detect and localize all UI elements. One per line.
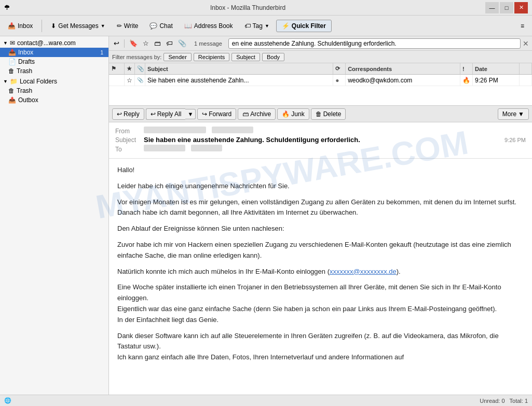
sidebar-account[interactable]: ▼ ✉ contact@...ware.com	[0, 38, 108, 48]
subject-value: Sie haben eine ausstehende Zahlung. Schu…	[144, 136, 504, 144]
write-icon: ✏	[117, 22, 122, 30]
email-p11: Ich kann ganz einfach alle Ihre Daten, F…	[117, 353, 404, 361]
filter-clear-button[interactable]: ✕	[523, 39, 529, 48]
reply-button[interactable]: ↩ Reply	[112, 108, 144, 120]
msg-date: 9:26 PM	[473, 75, 520, 86]
expand-icon: ▼	[3, 40, 8, 46]
inbox-folder-icon: 📥	[8, 49, 16, 56]
more-button[interactable]: More ▼	[498, 108, 529, 120]
reply-icon: ↩	[117, 110, 122, 118]
unread-count: Unread: 0	[480, 398, 504, 404]
email-p6-pre: Natürlich konnte ich mich auch mühelos i…	[117, 268, 330, 275]
email-p10-11: Dank dieser Software kann ich auf alle S…	[117, 331, 524, 363]
msg-subject: Sie haben eine ausstehende Zahln...	[145, 75, 333, 86]
header-star: ★	[125, 63, 135, 74]
forward-button[interactable]: ↪ Forward	[197, 108, 236, 120]
get-messages-label: Get Messages	[58, 22, 98, 30]
filter-subject-button[interactable]: Subject	[231, 53, 260, 61]
local-folders-icon: 📁	[10, 78, 18, 85]
email-link[interactable]: xxxxxxx@xxxxxxxx.de	[330, 268, 397, 275]
get-messages-icon: ⬇	[51, 22, 56, 30]
outbox-label: Outbox	[18, 96, 38, 104]
email-p1: Leider habe ich einige unangenehme Nachr…	[117, 181, 524, 192]
msg-star[interactable]: ☆	[125, 75, 135, 86]
chat-label: Chat	[159, 22, 172, 30]
status-left: 🌐	[4, 397, 11, 404]
status-bar: 🌐 Unread: 0 Total: 1	[0, 395, 532, 406]
junk-button[interactable]: 🔥 Junk	[277, 108, 309, 120]
filter-icon-reply[interactable]: ↩	[112, 39, 121, 48]
tag-button[interactable]: 🏷 Tag ▼	[240, 20, 274, 32]
sidebar-item-drafts[interactable]: 📄 Drafts	[0, 57, 108, 66]
filter-sender-button[interactable]: Sender	[163, 53, 191, 61]
to-blurred	[144, 145, 185, 151]
menu-button[interactable]: ≡	[516, 20, 529, 32]
archive-button[interactable]: 🗃 Archive	[238, 108, 276, 120]
filter-bar: ↩ 🔖 ☆ 🗃 🏷 📎 1 message ✕	[109, 36, 532, 51]
delete-button[interactable]: 🗑 Delete	[311, 108, 346, 120]
chat-icon: 💬	[149, 22, 157, 30]
from-row: From	[115, 127, 526, 135]
close-button[interactable]: ✕	[514, 2, 528, 13]
inbox-folder-label: Inbox	[18, 49, 33, 56]
email-p7: Eine Woche später installierte ich einen…	[117, 283, 501, 302]
quick-filter-label: Quick Filter	[292, 22, 326, 30]
message-row[interactable]: ☆ 📎 Sie haben eine ausstehende Zahln... …	[109, 75, 532, 86]
archive-icon: 🗃	[242, 110, 249, 118]
email-header: From Subject Sie haben eine ausstehende …	[109, 122, 532, 159]
reply-all-label: Reply All	[157, 110, 182, 118]
address-book-button[interactable]: 📖 Address Book	[180, 20, 238, 32]
filter-icon-attach[interactable]: 📎	[176, 39, 188, 48]
inbox-button[interactable]: 📥 Inbox	[3, 20, 37, 32]
delete-label: Delete	[323, 110, 342, 118]
chat-button[interactable]: 💬 Chat	[145, 20, 177, 32]
filter-search-input[interactable]	[228, 38, 521, 49]
sidebar-item-local-folders[interactable]: ▼ 📁 Local Folders	[0, 77, 108, 86]
message-toolbar: ↩ Reply ↩ Reply All ▼ ↪ Forward 🗃 Archiv…	[109, 106, 532, 122]
expand-local-icon: ▼	[3, 79, 8, 84]
msg-priority: 🔥	[460, 75, 473, 86]
header-date[interactable]: Date	[473, 63, 520, 74]
write-button[interactable]: ✏ Write	[112, 20, 143, 32]
email-p5: Zuvor habe ich mir von Hackern einen spe…	[117, 240, 524, 261]
email-p2: Vor einigen Monaten ist es mir gelungen,…	[117, 198, 516, 206]
local-folders-label: Local Folders	[20, 78, 57, 85]
sidebar: ▼ ✉ contact@...ware.com 📥 Inbox 1 📄 Draf…	[0, 36, 109, 395]
to-label: To	[115, 146, 144, 153]
inbox-label: Inbox	[18, 22, 33, 30]
filter-recipients-button[interactable]: Recipients	[194, 53, 229, 61]
reply-all-button[interactable]: ↩ Reply All	[146, 108, 186, 120]
sidebar-item-inbox[interactable]: 📥 Inbox 1	[0, 48, 108, 57]
filter-icon-star[interactable]: ☆	[141, 39, 151, 48]
from-blurred2	[212, 127, 253, 133]
header-subject[interactable]: Subject	[145, 63, 333, 74]
header-correspondents[interactable]: Correspondents	[346, 63, 460, 74]
filter-icon-label[interactable]: 🏷	[165, 39, 174, 48]
titlebar-title: Inbox - Mozilla Thunderbird	[10, 4, 485, 11]
archive-label: Archive	[250, 110, 271, 118]
header-extra	[520, 63, 532, 74]
sidebar-item-local-trash[interactable]: 🗑 Trash	[0, 86, 108, 95]
maximize-button[interactable]: □	[500, 2, 513, 13]
get-messages-button[interactable]: ⬇ Get Messages ▼	[46, 20, 110, 32]
email-p6-post: ).	[397, 268, 401, 275]
filter-body-button[interactable]: Body	[262, 53, 284, 61]
status-right: Unread: 0 Total: 1	[480, 398, 528, 404]
sidebar-item-outbox[interactable]: 📤 Outbox	[0, 95, 108, 105]
minimize-button[interactable]: —	[485, 2, 499, 13]
filter-icon-tag2[interactable]: 🗃	[153, 39, 162, 48]
filter-by-label: Filter messages by:	[112, 54, 161, 60]
filter-icon-bookmark[interactable]: 🔖	[128, 39, 139, 48]
address-book-label: Address Book	[194, 22, 233, 30]
toolbar-separator	[42, 20, 42, 32]
quick-filter-button[interactable]: ⚡ Quick Filter	[276, 20, 332, 32]
reply-all-dropdown-button[interactable]: ▼	[185, 109, 196, 119]
header-tag: ⟳	[333, 63, 346, 74]
email-p6: Natürlich konnte ich mich auch mühelos i…	[117, 267, 524, 277]
email-p2-3: Vor einigen Monaten ist es mir gelungen,…	[117, 197, 524, 219]
main-toolbar: 📥 Inbox ⬇ Get Messages ▼ ✏ Write 💬 Chat …	[0, 16, 532, 36]
email-p4: Den Ablauf der Ereignisse können Sie unt…	[117, 223, 524, 234]
drafts-icon: 📄	[8, 58, 16, 65]
sidebar-item-trash[interactable]: 🗑 Trash	[0, 66, 108, 76]
forward-label: Forward	[209, 110, 231, 118]
